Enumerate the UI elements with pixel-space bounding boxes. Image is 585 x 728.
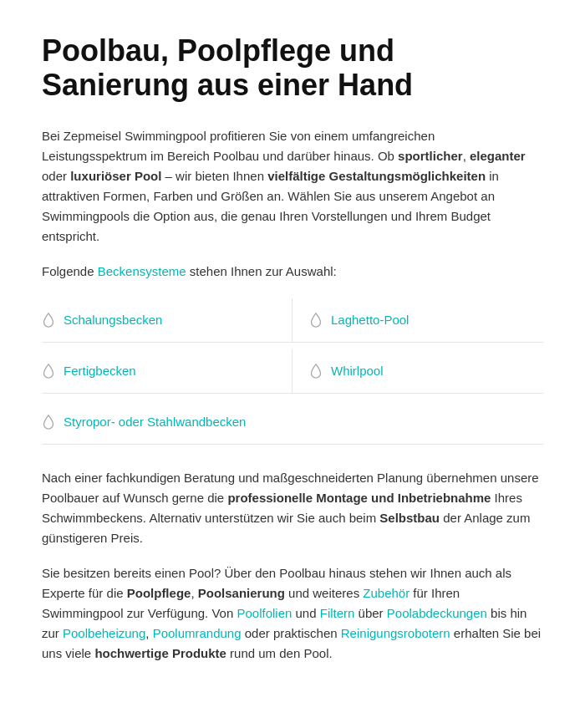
intro-text-before-bold1: Bei Zepmeisel Swimmingpool profitieren S… [42, 129, 435, 163]
pool-grid: Schalungsbecken Laghetto-Pool Fertigbeck… [42, 298, 543, 445]
pool-item-styropor: Styropor- oder Stahlwandbecken [42, 400, 543, 445]
drop-icon-whirlpool [309, 363, 323, 379]
pool-item-fertigbecken: Fertigbecken [42, 349, 292, 394]
styropor-link[interactable]: Styropor- oder Stahlwandbecken [64, 412, 246, 432]
zubehoer-link[interactable]: Zubehör [363, 586, 410, 600]
pool-grid-row2: Fertigbecken Whirlpool [42, 349, 543, 394]
last-text5: und [292, 606, 319, 620]
last-text3: und weiteres [285, 586, 363, 600]
last-bold2: Poolsanierung [198, 586, 285, 600]
intro-text-between3: – wir bieten Ihnen [161, 169, 267, 183]
last-text8: , [145, 626, 152, 640]
montage-paragraph: Nach einer fachkundigen Beratung und maß… [42, 468, 543, 548]
last-text6: über [354, 606, 386, 620]
schalungsbecken-link[interactable]: Schalungsbecken [64, 310, 162, 330]
pool-item-whirlpool: Whirlpool [292, 349, 543, 394]
last-text2: , [191, 586, 197, 600]
montage-bold2: Selbstbau [379, 511, 440, 525]
drop-icon-schalungsbecken [42, 312, 55, 328]
last-text9: oder praktischen [242, 626, 341, 640]
drop-icon-laghetto [309, 312, 323, 328]
intro-text-between1: , [463, 149, 470, 163]
beckensysteme-text-before: Folgende [42, 264, 98, 278]
drop-icon-fertigbecken [42, 363, 55, 379]
laghetto-pool-link[interactable]: Laghetto-Pool [331, 310, 409, 330]
montage-bold1: professionelle Montage und Inbetriebnahm… [227, 491, 491, 505]
intro-bold4: vielfältige Gestaltungsmöglichkeiten [267, 169, 486, 183]
intro-bold2: eleganter [470, 149, 526, 163]
poolfolien-link[interactable]: Poolfolien [237, 606, 292, 620]
last-paragraph: Sie besitzen bereits einen Pool? Über de… [42, 563, 543, 664]
beckensysteme-text-after: stehen Ihnen zur Auswahl: [186, 264, 337, 278]
pool-item-schalungsbecken: Schalungsbecken [42, 298, 292, 343]
intro-text-between2: oder [42, 169, 70, 183]
intro-paragraph: Bei Zepmeisel Swimmingpool profitieren S… [42, 126, 543, 247]
intro-bold3: luxuriöser Pool [70, 169, 161, 183]
whirlpool-link[interactable]: Whirlpool [331, 361, 384, 381]
beckensysteme-line: Folgende Beckensysteme stehen Ihnen zur … [42, 262, 543, 282]
fertigbecken-link[interactable]: Fertigbecken [64, 361, 136, 381]
pool-grid-row1: Schalungsbecken Laghetto-Pool [42, 298, 543, 343]
drop-icon-styropor [42, 414, 55, 430]
poolbeheizung-link[interactable]: Poolbeheizung [63, 626, 145, 640]
filtern-link[interactable]: Filtern [320, 606, 355, 620]
page-title: Poolbau, Poolpflege und Sanierung aus ei… [42, 33, 543, 103]
intro-bold1: sportlicher [398, 149, 463, 163]
reinigungsrobotern-link[interactable]: Reinigungsrobotern [341, 626, 450, 640]
poolumrandung-link[interactable]: Poolumrandung [153, 626, 242, 640]
beckensysteme-link[interactable]: Beckensysteme [98, 264, 186, 278]
last-bold1: Poolpflege [127, 586, 191, 600]
last-bold3: hochwertige Produkte [94, 646, 226, 660]
pool-item-laghetto-pool: Laghetto-Pool [292, 298, 543, 343]
poolabdeckungen-link[interactable]: Poolabdeckungen [387, 606, 487, 620]
last-text11: rund um den Pool. [226, 646, 333, 660]
